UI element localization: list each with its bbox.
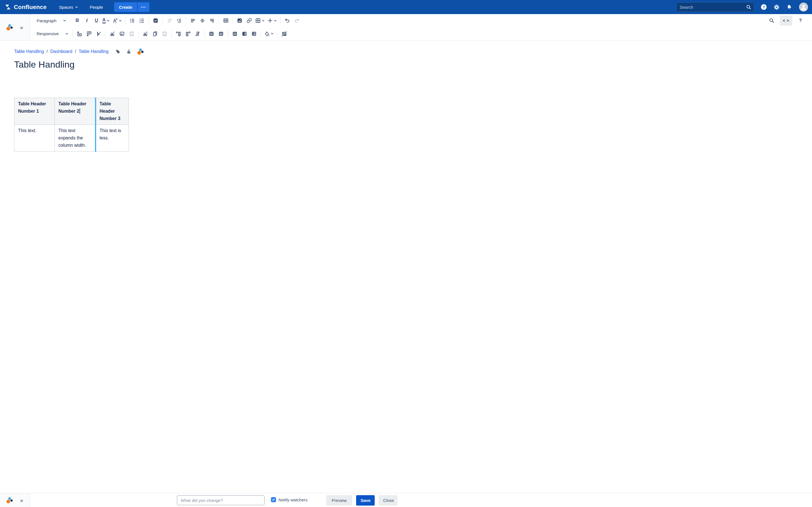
- paint-bucket-icon: [264, 31, 270, 37]
- insert-row-above-button[interactable]: [75, 29, 84, 39]
- remove-table-button[interactable]: [280, 29, 289, 39]
- bold-button[interactable]: B: [72, 15, 82, 25]
- cut-row-button[interactable]: [108, 29, 117, 39]
- nav-people[interactable]: People: [90, 5, 103, 10]
- create-more-button[interactable]: •••: [138, 2, 149, 12]
- insert-column-after-button[interactable]: [183, 29, 193, 39]
- more-formatting-button[interactable]: [111, 15, 123, 25]
- table-header-cell-3[interactable]: Table Header Number 3: [96, 98, 129, 125]
- cell-background-color-button[interactable]: [263, 29, 275, 39]
- chevron-down-icon: [65, 32, 69, 36]
- text-color-button[interactable]: A: [101, 15, 111, 25]
- remove-column-button[interactable]: [193, 29, 202, 39]
- header-column-toggle-button[interactable]: [240, 29, 249, 39]
- align-left-button[interactable]: [188, 15, 198, 25]
- nav-spaces[interactable]: Spaces: [59, 5, 79, 10]
- editor-toolbar-strip: » Paragraph B I U A: [0, 14, 406, 41]
- numbered-list-button[interactable]: 123: [137, 15, 147, 25]
- undo-button[interactable]: [283, 15, 292, 25]
- brand-name: Confluence: [14, 4, 47, 10]
- header-row-toggle-button[interactable]: [230, 29, 240, 39]
- insert-column-after-icon: [185, 31, 191, 37]
- column-resize-indicator[interactable]: [95, 98, 96, 152]
- link-icon: [246, 18, 252, 23]
- insert-column-before-button[interactable]: [174, 29, 183, 39]
- page-layout-icon: [223, 18, 229, 23]
- scissors-icon: [143, 31, 148, 37]
- bullet-list-button[interactable]: [128, 15, 137, 25]
- table-header-cell-1[interactable]: Table Header Number 1: [14, 98, 55, 125]
- svg-text:3: 3: [140, 21, 141, 23]
- paste-icon: [129, 31, 135, 37]
- content-table[interactable]: Table Header Number 1 Table Header Numbe…: [14, 98, 129, 152]
- unlock-icon[interactable]: [126, 49, 132, 54]
- table-cell-3[interactable]: This text is less.: [96, 125, 129, 152]
- insert-row-above-icon: [77, 31, 82, 37]
- copy-row-button[interactable]: [117, 29, 127, 39]
- sidebar-expand-button[interactable]: »: [20, 24, 23, 30]
- align-right-icon: [209, 18, 215, 23]
- image-icon: [237, 18, 243, 23]
- space-logo-icon[interactable]: [6, 24, 13, 31]
- paste-column-button: [160, 29, 169, 39]
- indent-icon: [176, 18, 182, 23]
- top-navigation: Confluence Spaces People Create ••• ?: [0, 0, 406, 14]
- insert-row-below-button[interactable]: [84, 29, 94, 39]
- insert-more-button[interactable]: [266, 15, 278, 25]
- insert-image-button[interactable]: [235, 15, 245, 25]
- underline-icon: U: [95, 18, 98, 23]
- chevron-down-icon: [118, 19, 122, 22]
- create-group: Create •••: [114, 2, 149, 12]
- task-list-button[interactable]: [151, 15, 160, 25]
- align-right-button[interactable]: [207, 15, 217, 25]
- chevron-down-icon: [106, 19, 110, 22]
- breadcrumb-dashboard-link[interactable]: Dashboard: [50, 49, 72, 54]
- table-header-cell-2[interactable]: Table Header Number 2: [55, 98, 96, 125]
- table-cell-2[interactable]: This text expands the column width.: [55, 125, 96, 152]
- outdent-button: [165, 15, 174, 25]
- insert-column-before-icon: [175, 31, 181, 37]
- table-toolbar: Responsive: [30, 27, 406, 41]
- outdent-icon: [167, 18, 172, 23]
- chevron-down-icon: [75, 5, 79, 9]
- labels-tag-icon[interactable]: [115, 49, 120, 54]
- indent-button[interactable]: [174, 15, 184, 25]
- table-icon: [255, 18, 261, 23]
- align-center-icon: [200, 18, 205, 23]
- copy-row-icon: [119, 31, 125, 37]
- bold-icon: B: [75, 18, 79, 23]
- chevron-down-icon: [273, 19, 277, 22]
- italic-button[interactable]: I: [82, 15, 92, 25]
- table-header-row: Table Header Number 1 Table Header Numbe…: [14, 98, 129, 125]
- align-center-button[interactable]: [198, 15, 207, 25]
- paste-row-button: [127, 29, 137, 39]
- copy-column-button[interactable]: [150, 29, 160, 39]
- table-rows-icon: [209, 31, 214, 37]
- space-logo-icon[interactable]: [137, 48, 144, 55]
- breadcrumb: Table Handling / Dashboard / Table Handl…: [14, 48, 406, 55]
- breadcrumb-space-link[interactable]: Table Handling: [14, 49, 44, 54]
- paste-icon: [162, 31, 167, 37]
- remove-row-button[interactable]: [94, 29, 103, 39]
- breadcrumb-page-link[interactable]: Table Handling: [79, 49, 109, 54]
- confluence-logo-icon: [4, 4, 11, 10]
- insert-table-button[interactable]: [254, 15, 266, 25]
- paragraph-style-dropdown[interactable]: Paragraph: [35, 15, 68, 25]
- cut-column-button[interactable]: [141, 29, 150, 39]
- numbering-column-toggle-button[interactable]: 12: [249, 29, 259, 39]
- remove-column-icon: [195, 31, 200, 37]
- table-cell-1[interactable]: This text.: [14, 125, 55, 152]
- table-display-dropdown[interactable]: Responsive: [35, 29, 70, 39]
- insert-link-button[interactable]: [245, 15, 254, 25]
- table-body-row: This text. This text expands the column …: [14, 125, 129, 152]
- page-layout-button[interactable]: [221, 15, 231, 25]
- merge-cells-button[interactable]: [207, 29, 216, 39]
- bullet-list-icon: [130, 18, 135, 23]
- create-button[interactable]: Create: [114, 2, 137, 12]
- insert-row-below-icon: [86, 31, 92, 37]
- split-cells-button[interactable]: [216, 29, 226, 39]
- confluence-brand[interactable]: Confluence: [4, 4, 47, 10]
- underline-button[interactable]: U: [92, 15, 101, 25]
- page-title: Table Handling: [14, 59, 406, 70]
- redo-button: [292, 15, 302, 25]
